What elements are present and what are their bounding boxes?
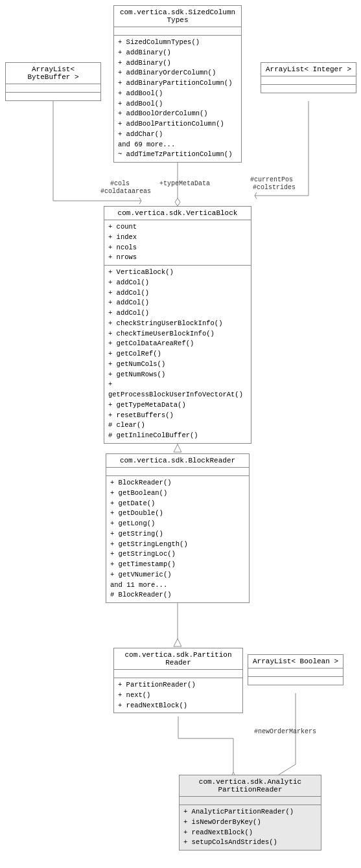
arraylist-boolean-attr [248,668,343,677]
arraylist-integer-attr [261,76,356,85]
sized-column-types-methods: + SizedColumnTypes() + addBinary() + add… [114,36,241,162]
vertica-block-box: com.vertica.sdk.VerticaBlock + count + i… [104,206,251,444]
partition-reader-methods: + PartitionReader() + next() + readNextB… [114,678,242,713]
analytic-partition-reader-methods: + AnalyticPartitionReader() + isNewOrder… [180,805,321,850]
colstrides-label: #colstrides [253,184,296,191]
sized-column-types-box: com.vertica.sdk.SizedColumnTypes + Sized… [113,5,242,163]
svg-line-15 [279,764,296,775]
currentpos-label: #currentPos [250,176,293,183]
svg-marker-9 [174,639,181,646]
block-reader-header: com.vertica.sdk.BlockReader [106,454,249,468]
diagram-container: #cols #coldataareas +typeMetaData #curre… [0,0,361,868]
sized-column-types-header: com.vertica.sdk.SizedColumnTypes [114,6,241,27]
analytic-partition-reader-box: com.vertica.sdk.AnalyticPartitionReader … [179,775,321,851]
arraylist-integer-header: ArrayList< Integer > [261,63,356,76]
arraylist-integer-methods [261,85,356,93]
arraylist-bytebuffer-attr [6,84,100,93]
arraylist-bytebuffer-header: ArrayList< ByteBuffer > [6,63,100,84]
cols-label: #cols [110,180,130,187]
block-reader-box: com.vertica.sdk.BlockReader + BlockReade… [106,453,250,603]
svg-marker-7 [174,444,181,452]
analytic-partition-reader-header: com.vertica.sdk.AnalyticPartitionReader [180,775,321,797]
arraylist-boolean-methods [248,677,343,685]
partition-reader-header: com.vertica.sdk.PartitionReader [114,648,242,670]
partition-reader-box: com.vertica.sdk.PartitionReader + Partit… [113,648,243,713]
sized-column-types-attributes [114,27,241,36]
vertica-block-header: com.vertica.sdk.VerticaBlock [104,207,251,220]
newordmarkers-label: #newOrderMarkers [254,728,316,735]
arraylist-bytebuffer-box: ArrayList< ByteBuffer > [5,62,101,101]
svg-marker-5 [175,198,180,206]
arraylist-bytebuffer-methods [6,93,100,100]
analytic-partition-reader-attributes [180,797,321,805]
vertica-block-methods: + VerticaBlock() + addCol() + addCol() +… [104,266,251,443]
arraylist-boolean-box: ArrayList< Boolean > [248,654,344,685]
arraylist-integer-box: ArrayList< Integer > [261,62,356,93]
arraylist-boolean-header: ArrayList< Boolean > [248,655,343,668]
coldataareas-label: #coldataareas [100,188,151,195]
typemetadata-label: +typeMetaData [159,180,210,187]
partition-reader-attributes [114,670,242,678]
block-reader-attributes [106,468,249,476]
block-reader-methods: + BlockReader() + getBoolean() + getDate… [106,476,249,602]
vertica-block-attributes: + count + index + ncols + nrows [104,220,251,266]
